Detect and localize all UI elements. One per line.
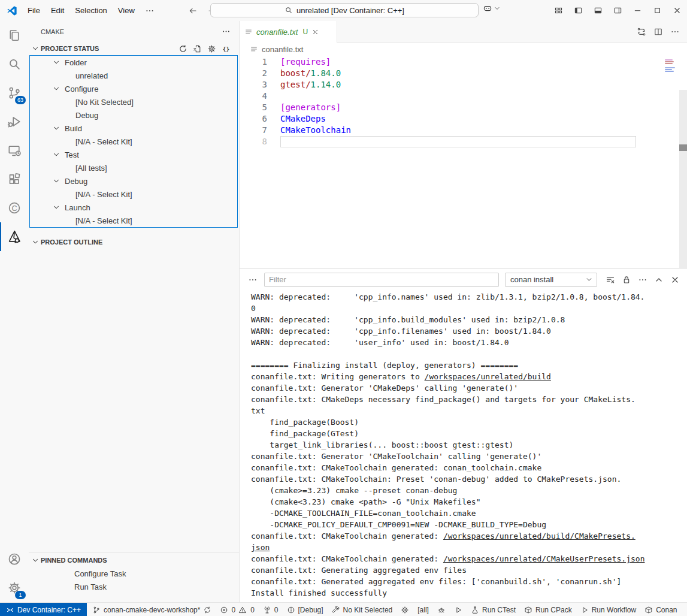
toggle-panel-icon[interactable] xyxy=(588,6,608,15)
command-center-search[interactable]: unrelated [Dev Container: C++] xyxy=(210,3,479,17)
tree-item[interactable]: Launch xyxy=(30,201,237,214)
section-pinned-commands[interactable]: PINNED COMMANDS xyxy=(29,554,239,567)
menu-item[interactable]: Edit xyxy=(46,1,69,21)
statusbar-item[interactable] xyxy=(450,603,467,616)
menu-item[interactable]: File xyxy=(22,1,46,21)
pinned-command-item[interactable]: Configure Task xyxy=(29,567,239,580)
activity-bar-item[interactable]: 63 xyxy=(0,78,29,107)
line-number: 8 xyxy=(240,136,267,147)
panel-more-icon[interactable] xyxy=(638,275,647,285)
output-line: conanfile.txt: Generating aggregated env… xyxy=(251,564,687,576)
statusbar-icon xyxy=(203,606,211,614)
breadcrumb[interactable]: conanfile.txt xyxy=(240,43,687,56)
close-panel-icon[interactable] xyxy=(670,275,680,285)
output-channel-select[interactable]: conan install xyxy=(505,273,597,287)
statusbar-item[interactable]: [Debug] xyxy=(283,603,328,616)
tree-item[interactable]: Test xyxy=(30,148,237,161)
statusbar-item[interactable]: conan-cmake-devc-workshop* xyxy=(88,603,216,616)
tree-item[interactable]: [All tests] xyxy=(30,161,237,174)
editor-more-icon[interactable] xyxy=(670,27,680,37)
braces-icon[interactable] xyxy=(222,44,231,53)
minimap[interactable] xyxy=(665,59,677,73)
minimize-button[interactable] xyxy=(628,6,647,15)
menu-overflow-icon[interactable] xyxy=(140,6,159,16)
section-project-outline[interactable]: PROJECT OUTLINE xyxy=(29,235,239,249)
tree-item[interactable]: unrelated xyxy=(30,69,237,82)
output-filter-input[interactable] xyxy=(264,273,499,287)
statusbar-item[interactable]: Run CPack xyxy=(520,603,576,616)
close-button[interactable] xyxy=(667,6,687,15)
copilot-icon[interactable] xyxy=(483,4,492,13)
maximize-panel-icon[interactable] xyxy=(654,275,664,285)
output-log[interactable]: WARN: deprecated: 'cpp_info.names' used … xyxy=(240,289,687,599)
clean-reconfigure-icon[interactable] xyxy=(193,44,202,53)
scrollbar-thumb[interactable] xyxy=(679,144,687,151)
panel-tabs-overflow-icon[interactable] xyxy=(248,275,258,285)
toggle-sidebar-icon[interactable] xyxy=(568,6,588,15)
code-line[interactable]: 7 CMakeToolchain xyxy=(240,125,687,136)
output-line: conanfile.txt: CMakeToolchain: Preset 'c… xyxy=(251,473,687,485)
vscode-window: FileEditSelectionView unrelated [Dev Con… xyxy=(0,0,687,616)
tree-item[interactable]: [N/A - Select Kit] xyxy=(30,214,237,227)
statusbar-icon xyxy=(332,606,340,614)
activity-bar-item[interactable] xyxy=(0,136,29,165)
code-line[interactable]: 2 boost/1.84.0 xyxy=(240,68,687,79)
sidebar-more-icon[interactable] xyxy=(222,27,231,36)
statusbar-item[interactable]: Dev Container: C++ xyxy=(0,603,87,616)
code-line[interactable]: 1 [requires] xyxy=(240,56,687,68)
toggle-secondary-sidebar-icon[interactable] xyxy=(608,6,628,15)
statusbar-item[interactable] xyxy=(433,603,450,616)
copilot-chevron-icon[interactable] xyxy=(494,5,501,12)
activity-bar-item[interactable]: 1 xyxy=(0,573,29,602)
menu-item[interactable]: View xyxy=(113,1,140,21)
pinned-command-label: Configure Task xyxy=(74,569,126,578)
tab-conanfile[interactable]: conanfile.txt U xyxy=(240,21,337,43)
code-line[interactable]: 6 CMakeDeps xyxy=(240,113,687,125)
split-editor-icon[interactable] xyxy=(653,27,663,37)
statusbar-item[interactable] xyxy=(397,603,413,616)
activity-bar-item[interactable] xyxy=(0,21,29,50)
tree-item[interactable]: [N/A - Select Kit] xyxy=(30,188,237,201)
tree-item[interactable]: Build xyxy=(30,122,237,135)
tree-item[interactable]: Debug xyxy=(30,108,237,122)
lock-scroll-icon[interactable] xyxy=(622,275,631,285)
statusbar-icon xyxy=(644,606,653,614)
activity-bar-item[interactable] xyxy=(0,107,29,136)
tree-item[interactable]: Configure xyxy=(30,82,237,95)
code-line[interactable]: 3 gtest/1.14.0 xyxy=(240,79,687,90)
code-line[interactable]: 5 [generators] xyxy=(240,102,687,113)
tree-item[interactable]: [N/A - Select Kit] xyxy=(30,135,237,148)
tree-item[interactable]: [No Kit Selected] xyxy=(30,95,237,108)
breadcrumb-item[interactable]: conanfile.txt xyxy=(262,45,303,54)
tree-item[interactable]: Debug xyxy=(30,174,237,188)
output-line: (cmake<3.23) cmake <path> -G "Unix Makef… xyxy=(251,496,687,508)
statusbar-item[interactable]: Run CTest xyxy=(467,603,520,616)
open-changes-icon[interactable] xyxy=(637,27,646,37)
section-project-status[interactable]: PROJECT STATUS xyxy=(29,42,239,55)
customize-layout-icon[interactable] xyxy=(549,6,568,15)
clear-output-icon[interactable] xyxy=(606,275,615,285)
statusbar-item[interactable]: [all] xyxy=(413,603,433,616)
pinned-command-item[interactable]: Run Task xyxy=(29,580,239,593)
output-text: conanfile.txt: Generator 'CMakeToolchain… xyxy=(251,452,541,461)
statusbar-item[interactable]: 0 xyxy=(259,603,283,616)
statusbar-item[interactable]: Conan xyxy=(640,603,681,616)
activity-bar-item[interactable] xyxy=(0,165,29,194)
code-line[interactable]: 8 xyxy=(240,136,687,147)
activity-bar-item[interactable] xyxy=(0,545,29,573)
statusbar-item[interactable]: Run Workflow xyxy=(576,603,640,616)
tree-item[interactable]: Folder xyxy=(30,56,237,69)
code-line[interactable]: 4 xyxy=(240,90,687,102)
maximize-button[interactable] xyxy=(647,6,667,15)
activity-bar-item[interactable] xyxy=(0,194,29,222)
tab-close-icon[interactable] xyxy=(311,28,319,36)
statusbar-item[interactable]: No Kit Selected xyxy=(328,603,397,616)
gear-icon[interactable] xyxy=(207,44,216,53)
code-area[interactable]: 1 [requires] 2 boost/1.84.0 3 gtest/1.14… xyxy=(240,56,687,269)
activity-bar-item[interactable] xyxy=(0,50,29,78)
activity-bar-item[interactable] xyxy=(0,222,29,251)
refresh-icon[interactable] xyxy=(178,44,187,53)
menu-item[interactable]: Selection xyxy=(69,1,112,21)
statusbar-item[interactable]: 0 0 xyxy=(216,603,258,616)
nav-back-icon[interactable] xyxy=(188,6,198,16)
